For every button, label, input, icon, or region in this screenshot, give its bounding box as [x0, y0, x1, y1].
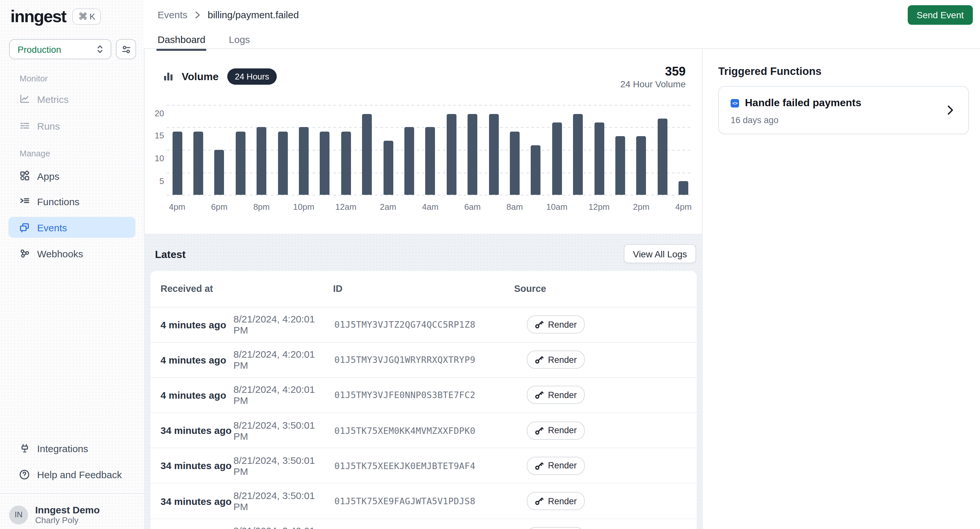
event-source-cell: Render [527, 343, 585, 377]
column-divider [702, 49, 703, 529]
source-badge[interactable]: Render [527, 315, 585, 333]
volume-bar[interactable] [636, 136, 646, 195]
volume-bar[interactable] [573, 114, 583, 195]
column-source: Source [514, 271, 546, 306]
volume-bar[interactable] [679, 182, 688, 195]
table-row[interactable]: 4 minutes ago8/21/2024, 4:20:01 PM01J5TM… [150, 343, 697, 378]
tab-logs[interactable]: Logs [229, 34, 250, 51]
source-label: Render [548, 496, 577, 506]
key-icon [534, 355, 543, 365]
sidebar-item-label: Functions [37, 196, 80, 207]
environment-settings-button[interactable] [116, 39, 136, 59]
volume-bar[interactable] [341, 132, 351, 195]
source-badge[interactable]: Render [527, 421, 585, 440]
triggered-functions-title: Triggered Functions [718, 65, 821, 78]
events-table: Received at ID Source 4 minutes ago8/21/… [150, 271, 697, 529]
sidebar-divider [0, 493, 144, 494]
volume-total: 359 [620, 64, 686, 79]
sidebar-item-runs[interactable]: Runs [8, 116, 135, 135]
avatar: IN [9, 505, 28, 524]
environment-select[interactable]: Production [9, 39, 111, 59]
breadcrumb: Events billing/payment.failed [158, 9, 299, 20]
environment-label: Production [18, 44, 61, 54]
column-received-at: Received at [161, 271, 213, 306]
sidebar-item-functions[interactable]: Functions [8, 191, 135, 211]
volume-bar[interactable] [615, 136, 625, 195]
sidebar-item-webhooks[interactable]: Webhooks [8, 244, 135, 263]
event-received-timestamp: 8/21/2024, 4:20:01 PM [234, 378, 331, 413]
table-row[interactable]: 4 minutes ago8/21/2024, 4:20:01 PM01J5TM… [150, 378, 697, 413]
triggered-function-card[interactable]: <> Handle failed payments 16 days ago [718, 86, 969, 134]
source-badge[interactable]: Render [527, 351, 585, 369]
send-event-button[interactable]: Send Event [907, 5, 973, 25]
breadcrumb-events-link[interactable]: Events [158, 9, 188, 20]
sidebar-item-metrics[interactable]: Metrics [8, 89, 135, 109]
volume-bar[interactable] [383, 141, 393, 195]
user-menu[interactable]: IN Inngest Demo Charly Poly [9, 504, 100, 525]
volume-bar[interactable] [235, 132, 245, 195]
volume-bar[interactable] [468, 114, 477, 195]
volume-bar[interactable] [510, 132, 520, 195]
sidebar-item-apps[interactable]: Apps [8, 166, 135, 186]
volume-bar[interactable] [320, 132, 330, 195]
table-row[interactable]: 34 minutes ago8/21/2024, 3:50:01 PM01J5T… [150, 484, 697, 519]
volume-bar[interactable] [278, 132, 288, 195]
x-axis-tick: 2pm [627, 202, 656, 212]
inngest-logo[interactable]: inngest [10, 6, 66, 27]
table-row[interactable]: 34 minutes ago8/21/2024, 3:50:01 PM01J5T… [150, 449, 697, 484]
sidebar-item-events[interactable]: Events [8, 217, 135, 238]
sidebar-item-integrations[interactable]: Integrations [8, 438, 135, 458]
volume-bar[interactable] [362, 114, 372, 195]
event-source-cell: Render [527, 484, 585, 518]
view-all-logs-button[interactable]: View All Logs [624, 244, 696, 263]
volume-bar[interactable] [404, 127, 414, 195]
event-id: 01J5TMY3VJGQ1WRYRRXQXTRYP9 [334, 343, 475, 377]
event-received-relative: 34 minutes ago [161, 413, 231, 448]
volume-bar[interactable] [256, 127, 266, 195]
event-id: 01J5TMY3VJTZ2QG74QCC5RP1Z8 [334, 307, 475, 342]
y-axis-tick: 10 [145, 153, 164, 163]
volume-bar[interactable] [172, 132, 182, 195]
column-id: ID [333, 271, 342, 306]
source-label: Render [548, 355, 577, 365]
sidebar: inngest ⌘ K Production [0, 0, 145, 529]
key-icon [534, 320, 543, 329]
function-code-icon: <> [730, 99, 739, 107]
volume-bar[interactable] [594, 123, 604, 195]
apps-grid-icon [19, 170, 30, 182]
volume-bar[interactable] [215, 150, 224, 195]
source-badge[interactable]: Render [527, 492, 585, 510]
sidebar-item-label: Webhooks [37, 248, 83, 259]
event-source-cell: Render [527, 449, 585, 483]
table-row[interactable]: 44 minutes ago8/21/2024, 3:40:01 PM01J5T… [150, 519, 697, 529]
source-badge[interactable]: Render [527, 386, 585, 404]
volume-bar[interactable] [657, 118, 667, 195]
volume-bar[interactable] [426, 127, 435, 195]
x-axis-tick: 8am [500, 202, 529, 212]
volume-bar[interactable] [193, 132, 203, 195]
latest-section: Latest View All Logs Received at ID Sour… [144, 234, 702, 529]
tab-dashboard[interactable]: Dashboard [158, 34, 205, 51]
volume-bar[interactable] [489, 114, 498, 195]
event-source-cell: Render [527, 413, 585, 448]
x-axis-tick: 4am [416, 202, 445, 212]
table-row[interactable]: 34 minutes ago8/21/2024, 3:50:01 PM01J5T… [150, 413, 697, 448]
command-k-shortcut[interactable]: ⌘ K [73, 8, 101, 25]
x-axis-tick: 4pm [163, 202, 191, 212]
event-received-relative: 34 minutes ago [161, 484, 231, 518]
volume-bar[interactable] [446, 114, 456, 195]
functions-icon [19, 196, 30, 207]
volume-bar[interactable] [531, 145, 541, 195]
table-row[interactable]: 4 minutes ago8/21/2024, 4:20:01 PM01J5TM… [150, 307, 697, 343]
source-badge[interactable]: Render [527, 457, 585, 475]
y-axis-tick: 5 [145, 176, 164, 186]
gridline [167, 105, 690, 105]
sidebar-item-help[interactable]: Help and Feedback [8, 465, 135, 484]
volume-bar[interactable] [299, 127, 309, 195]
table-body: 4 minutes ago8/21/2024, 4:20:01 PM01J5TM… [150, 307, 697, 529]
events-icon [19, 222, 30, 233]
volume-bar[interactable] [552, 123, 562, 195]
range-badge[interactable]: 24 Hours [227, 69, 277, 85]
source-badge[interactable]: Render [527, 527, 585, 529]
sidebar-item-label: Metrics [37, 94, 69, 105]
